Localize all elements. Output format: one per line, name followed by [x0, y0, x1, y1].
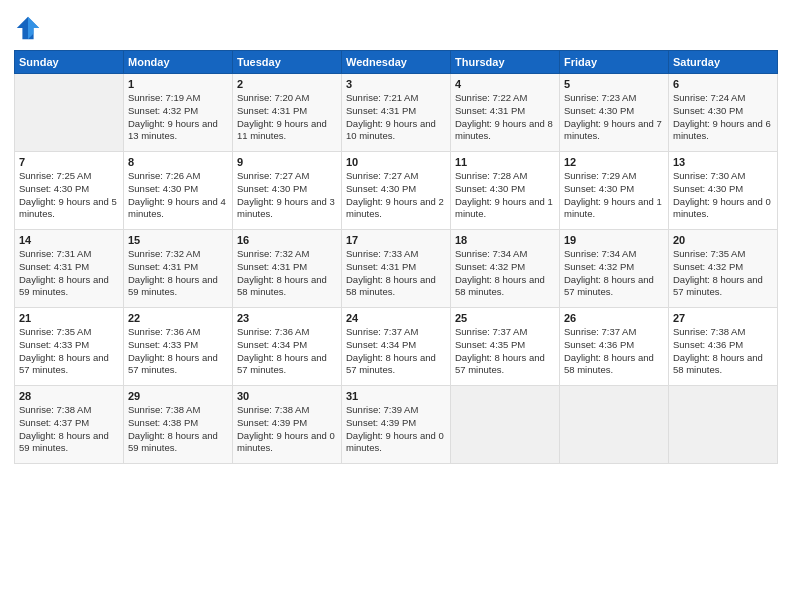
day-info: Sunrise: 7:35 AMSunset: 4:33 PMDaylight:… [19, 326, 119, 377]
day-info: Sunrise: 7:32 AMSunset: 4:31 PMDaylight:… [128, 248, 228, 299]
calendar-cell: 19Sunrise: 7:34 AMSunset: 4:32 PMDayligh… [560, 230, 669, 308]
day-info: Sunrise: 7:38 AMSunset: 4:39 PMDaylight:… [237, 404, 337, 455]
calendar-cell: 5Sunrise: 7:23 AMSunset: 4:30 PMDaylight… [560, 74, 669, 152]
day-number: 30 [237, 390, 337, 402]
day-number: 10 [346, 156, 446, 168]
week-row-4: 28Sunrise: 7:38 AMSunset: 4:37 PMDayligh… [15, 386, 778, 464]
day-number: 23 [237, 312, 337, 324]
calendar-cell: 10Sunrise: 7:27 AMSunset: 4:30 PMDayligh… [342, 152, 451, 230]
day-number: 25 [455, 312, 555, 324]
day-number: 31 [346, 390, 446, 402]
day-number: 4 [455, 78, 555, 90]
day-number: 20 [673, 234, 773, 246]
day-number: 17 [346, 234, 446, 246]
day-number: 24 [346, 312, 446, 324]
day-info: Sunrise: 7:39 AMSunset: 4:39 PMDaylight:… [346, 404, 446, 455]
calendar-cell: 3Sunrise: 7:21 AMSunset: 4:31 PMDaylight… [342, 74, 451, 152]
calendar-cell: 8Sunrise: 7:26 AMSunset: 4:30 PMDaylight… [124, 152, 233, 230]
day-number: 8 [128, 156, 228, 168]
week-row-0: 1Sunrise: 7:19 AMSunset: 4:32 PMDaylight… [15, 74, 778, 152]
calendar-cell [669, 386, 778, 464]
day-number: 13 [673, 156, 773, 168]
calendar-cell: 22Sunrise: 7:36 AMSunset: 4:33 PMDayligh… [124, 308, 233, 386]
weekday-header-saturday: Saturday [669, 51, 778, 74]
calendar-cell: 30Sunrise: 7:38 AMSunset: 4:39 PMDayligh… [233, 386, 342, 464]
day-number: 27 [673, 312, 773, 324]
day-info: Sunrise: 7:34 AMSunset: 4:32 PMDaylight:… [564, 248, 664, 299]
day-number: 26 [564, 312, 664, 324]
calendar-cell: 6Sunrise: 7:24 AMSunset: 4:30 PMDaylight… [669, 74, 778, 152]
calendar-cell: 20Sunrise: 7:35 AMSunset: 4:32 PMDayligh… [669, 230, 778, 308]
day-number: 7 [19, 156, 119, 168]
calendar-cell: 27Sunrise: 7:38 AMSunset: 4:36 PMDayligh… [669, 308, 778, 386]
week-row-3: 21Sunrise: 7:35 AMSunset: 4:33 PMDayligh… [15, 308, 778, 386]
day-info: Sunrise: 7:37 AMSunset: 4:35 PMDaylight:… [455, 326, 555, 377]
day-info: Sunrise: 7:38 AMSunset: 4:37 PMDaylight:… [19, 404, 119, 455]
weekday-header-tuesday: Tuesday [233, 51, 342, 74]
day-info: Sunrise: 7:32 AMSunset: 4:31 PMDaylight:… [237, 248, 337, 299]
weekday-header-sunday: Sunday [15, 51, 124, 74]
calendar-cell: 4Sunrise: 7:22 AMSunset: 4:31 PMDaylight… [451, 74, 560, 152]
day-number: 12 [564, 156, 664, 168]
calendar-cell: 31Sunrise: 7:39 AMSunset: 4:39 PMDayligh… [342, 386, 451, 464]
day-number: 2 [237, 78, 337, 90]
weekday-header-thursday: Thursday [451, 51, 560, 74]
page: SundayMondayTuesdayWednesdayThursdayFrid… [0, 0, 792, 612]
calendar-body: 1Sunrise: 7:19 AMSunset: 4:32 PMDaylight… [15, 74, 778, 464]
day-number: 29 [128, 390, 228, 402]
day-info: Sunrise: 7:37 AMSunset: 4:34 PMDaylight:… [346, 326, 446, 377]
day-info: Sunrise: 7:28 AMSunset: 4:30 PMDaylight:… [455, 170, 555, 221]
day-info: Sunrise: 7:37 AMSunset: 4:36 PMDaylight:… [564, 326, 664, 377]
calendar-cell: 13Sunrise: 7:30 AMSunset: 4:30 PMDayligh… [669, 152, 778, 230]
calendar-table: SundayMondayTuesdayWednesdayThursdayFrid… [14, 50, 778, 464]
day-info: Sunrise: 7:30 AMSunset: 4:30 PMDaylight:… [673, 170, 773, 221]
day-number: 21 [19, 312, 119, 324]
day-info: Sunrise: 7:34 AMSunset: 4:32 PMDaylight:… [455, 248, 555, 299]
day-info: Sunrise: 7:38 AMSunset: 4:36 PMDaylight:… [673, 326, 773, 377]
calendar-cell: 18Sunrise: 7:34 AMSunset: 4:32 PMDayligh… [451, 230, 560, 308]
calendar-cell: 2Sunrise: 7:20 AMSunset: 4:31 PMDaylight… [233, 74, 342, 152]
day-number: 5 [564, 78, 664, 90]
day-info: Sunrise: 7:24 AMSunset: 4:30 PMDaylight:… [673, 92, 773, 143]
day-info: Sunrise: 7:27 AMSunset: 4:30 PMDaylight:… [237, 170, 337, 221]
day-info: Sunrise: 7:27 AMSunset: 4:30 PMDaylight:… [346, 170, 446, 221]
week-row-1: 7Sunrise: 7:25 AMSunset: 4:30 PMDaylight… [15, 152, 778, 230]
day-number: 28 [19, 390, 119, 402]
day-info: Sunrise: 7:21 AMSunset: 4:31 PMDaylight:… [346, 92, 446, 143]
day-number: 14 [19, 234, 119, 246]
calendar-cell: 9Sunrise: 7:27 AMSunset: 4:30 PMDaylight… [233, 152, 342, 230]
week-row-2: 14Sunrise: 7:31 AMSunset: 4:31 PMDayligh… [15, 230, 778, 308]
calendar-cell: 7Sunrise: 7:25 AMSunset: 4:30 PMDaylight… [15, 152, 124, 230]
day-number: 9 [237, 156, 337, 168]
day-number: 18 [455, 234, 555, 246]
day-info: Sunrise: 7:19 AMSunset: 4:32 PMDaylight:… [128, 92, 228, 143]
header [14, 10, 778, 42]
day-info: Sunrise: 7:36 AMSunset: 4:33 PMDaylight:… [128, 326, 228, 377]
calendar-cell: 26Sunrise: 7:37 AMSunset: 4:36 PMDayligh… [560, 308, 669, 386]
calendar-cell: 16Sunrise: 7:32 AMSunset: 4:31 PMDayligh… [233, 230, 342, 308]
day-number: 15 [128, 234, 228, 246]
calendar-cell: 14Sunrise: 7:31 AMSunset: 4:31 PMDayligh… [15, 230, 124, 308]
day-info: Sunrise: 7:38 AMSunset: 4:38 PMDaylight:… [128, 404, 228, 455]
day-info: Sunrise: 7:22 AMSunset: 4:31 PMDaylight:… [455, 92, 555, 143]
logo-icon [14, 14, 42, 42]
weekday-header-row: SundayMondayTuesdayWednesdayThursdayFrid… [15, 51, 778, 74]
day-info: Sunrise: 7:35 AMSunset: 4:32 PMDaylight:… [673, 248, 773, 299]
day-info: Sunrise: 7:20 AMSunset: 4:31 PMDaylight:… [237, 92, 337, 143]
day-number: 6 [673, 78, 773, 90]
calendar-cell: 23Sunrise: 7:36 AMSunset: 4:34 PMDayligh… [233, 308, 342, 386]
day-info: Sunrise: 7:36 AMSunset: 4:34 PMDaylight:… [237, 326, 337, 377]
calendar-cell: 1Sunrise: 7:19 AMSunset: 4:32 PMDaylight… [124, 74, 233, 152]
calendar-cell: 11Sunrise: 7:28 AMSunset: 4:30 PMDayligh… [451, 152, 560, 230]
day-number: 1 [128, 78, 228, 90]
weekday-header-monday: Monday [124, 51, 233, 74]
calendar-header: SundayMondayTuesdayWednesdayThursdayFrid… [15, 51, 778, 74]
weekday-header-wednesday: Wednesday [342, 51, 451, 74]
day-number: 16 [237, 234, 337, 246]
day-info: Sunrise: 7:29 AMSunset: 4:30 PMDaylight:… [564, 170, 664, 221]
calendar-cell: 24Sunrise: 7:37 AMSunset: 4:34 PMDayligh… [342, 308, 451, 386]
calendar-cell [15, 74, 124, 152]
day-number: 11 [455, 156, 555, 168]
calendar-cell: 12Sunrise: 7:29 AMSunset: 4:30 PMDayligh… [560, 152, 669, 230]
day-info: Sunrise: 7:26 AMSunset: 4:30 PMDaylight:… [128, 170, 228, 221]
